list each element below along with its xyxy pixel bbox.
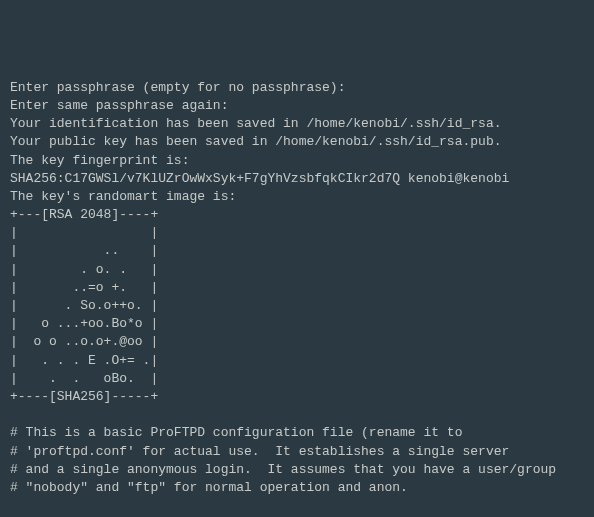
line: Enter passphrase (empty for no passphras… [10, 80, 345, 95]
line: # "nobody" and "ftp" for normal operatio… [10, 480, 408, 495]
line: Your identification has been saved in /h… [10, 116, 501, 131]
line: | . So.o++o. | [10, 298, 158, 313]
line: | . o. . | [10, 262, 158, 277]
line: | ..=o +. | [10, 280, 158, 295]
line: | | [10, 225, 158, 240]
line: +---[RSA 2048]----+ [10, 207, 158, 222]
line: # This is a basic ProFTPD configuration … [10, 425, 462, 440]
line: # 'proftpd.conf' for actual use. It esta… [10, 444, 509, 459]
terminal-output[interactable]: Enter passphrase (empty for no passphras… [10, 79, 584, 517]
line: Your public key has been saved in /home/… [10, 134, 501, 149]
line: | . . . E .O+= .| [10, 353, 158, 368]
line: +----[SHA256]-----+ [10, 389, 158, 404]
line: The key's randomart image is: [10, 189, 236, 204]
line: The key fingerprint is: [10, 153, 189, 168]
line: | o ...+oo.Bo*o | [10, 316, 158, 331]
line: | o o ..o.o+.@oo | [10, 334, 158, 349]
line: | .. | [10, 243, 158, 258]
line: | . . oBo. | [10, 371, 158, 386]
line: Enter same passphrase again: [10, 98, 228, 113]
line: SHA256:C17GWSl/v7KlUZrOwWxSyk+F7gYhVzsbf… [10, 171, 509, 186]
line: # and a single anonymous login. It assum… [10, 462, 556, 477]
